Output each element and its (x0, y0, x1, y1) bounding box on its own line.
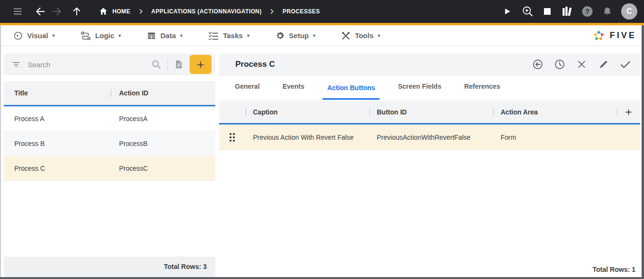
page-title: Process C (235, 60, 275, 69)
run-play-icon[interactable] (499, 3, 515, 20)
process-table-header: Title Action ID (4, 81, 215, 106)
cell-button-id: PreviousActionWithRevertFalse (369, 134, 493, 141)
chevron-down-icon: ▼ (246, 33, 251, 38)
data-icon (147, 31, 156, 41)
user-avatar[interactable]: C (621, 3, 637, 20)
chevron-down-icon: ▼ (312, 33, 316, 38)
add-record-button[interactable]: + (190, 55, 211, 74)
edit-pencil-icon[interactable] (595, 56, 612, 72)
table-row-process-a[interactable]: Process A ProcessA (4, 106, 215, 131)
breadcrumb: HOME APPLICATIONS (ACTIONNAVIGATION) PRO… (97, 3, 323, 20)
back-arrow-icon[interactable] (32, 3, 49, 20)
drag-handle-icon[interactable] (230, 133, 235, 142)
chevron-down-icon: ▼ (51, 33, 56, 38)
top-navigation-bar: HOME APPLICATIONS (ACTIONNAVIGATION) PRO… (0, 0, 644, 23)
up-arrow-icon[interactable] (69, 3, 85, 20)
five-logo-text: FIVE (610, 31, 636, 41)
cell-action-area: Form (493, 134, 617, 141)
main-menu-bar: Visual ▼ Logic ▼ Data ▼ (0, 25, 644, 46)
breadcrumb-home[interactable]: HOME (97, 3, 133, 20)
column-header-button-id: Button ID (369, 108, 493, 116)
chevron-right-icon (138, 9, 144, 14)
preview-search-icon[interactable] (519, 3, 535, 20)
menu-data[interactable]: Data ▼ (147, 31, 183, 41)
close-icon[interactable] (574, 56, 590, 72)
hamburger-menu-icon[interactable] (10, 3, 26, 20)
cell-caption: Previous Action With Revert False (245, 134, 369, 141)
action-button-row[interactable]: Previous Action With Revert False Previo… (219, 124, 640, 150)
menu-setup[interactable]: Setup ▼ (275, 31, 317, 41)
copy-document-icon[interactable] (171, 56, 187, 72)
column-header-action-id: Action ID (111, 89, 215, 97)
left-total-rows: Total Rows: 3 (4, 257, 215, 277)
right-total-rows: Total Rows: 1 (593, 266, 635, 273)
window-edge-bottom[interactable] (0, 277, 644, 279)
tab-events[interactable]: Events (278, 83, 309, 100)
chevron-down-icon: ▼ (377, 33, 381, 38)
table-row-process-c[interactable]: Process C ProcessC (4, 156, 215, 181)
process-list-panel: + Title Action ID Process A ProcessA Pro… (4, 46, 215, 277)
notifications-bell-icon[interactable] (599, 3, 615, 20)
chevron-down-icon: ▼ (179, 33, 183, 38)
save-check-icon[interactable] (617, 56, 634, 72)
menu-tools[interactable]: Tools ▼ (341, 31, 381, 41)
tools-icon (341, 31, 351, 41)
tab-screen-fields[interactable]: Screen Fields (393, 83, 446, 100)
home-icon (97, 3, 110, 20)
action-buttons-table-header: Caption Button ID Action Area + (219, 101, 640, 124)
breadcrumb-applications[interactable]: APPLICATIONS (ACTIONNAVIGATION) (151, 8, 262, 15)
forward-arrow-icon[interactable] (49, 3, 65, 20)
menu-tasks[interactable]: Tasks ▼ (208, 31, 250, 41)
detail-tabs: General Events Action Buttons Screen Fie… (219, 75, 640, 100)
tasks-icon (208, 31, 219, 41)
five-pinwheel-icon (592, 29, 606, 43)
tab-general[interactable]: General (230, 83, 264, 100)
divider (167, 58, 168, 71)
search-bar: + (4, 53, 215, 75)
library-books-icon[interactable] (559, 3, 575, 20)
logic-icon (80, 31, 91, 41)
window-edge-right[interactable] (642, 25, 644, 279)
detail-title-bar: Process C (219, 53, 640, 75)
revert-back-icon[interactable] (530, 56, 546, 72)
add-action-button[interactable]: + (625, 106, 632, 118)
window-edge-left (0, 25, 1, 279)
breadcrumb-home-label: HOME (112, 8, 131, 15)
setup-gear-icon (275, 31, 285, 41)
chevron-right-icon (269, 9, 275, 14)
chevron-down-icon: ▼ (118, 33, 122, 38)
process-detail-panel: Process C General (219, 46, 640, 277)
menu-visual[interactable]: Visual ▼ (13, 31, 56, 41)
menu-logic[interactable]: Logic ▼ (80, 31, 122, 41)
help-icon[interactable]: ? (579, 3, 595, 20)
column-header-caption: Caption (245, 108, 369, 116)
column-header-action-area: Action Area (493, 108, 617, 116)
breadcrumb-processes[interactable]: PROCESSES (282, 8, 320, 15)
visual-icon (13, 31, 23, 41)
stop-icon[interactable] (539, 3, 555, 20)
search-input[interactable] (28, 61, 148, 69)
tab-action-buttons[interactable]: Action Buttons (322, 84, 380, 100)
process-table: Title Action ID Process A ProcessA Proce… (4, 81, 215, 181)
action-buttons-table: Caption Button ID Action Area + Previous… (219, 101, 640, 150)
search-icon[interactable] (148, 56, 164, 72)
tab-references[interactable]: References (459, 83, 505, 100)
column-header-title: Title (4, 89, 111, 97)
app-window: HOME APPLICATIONS (ACTIONNAVIGATION) PRO… (0, 0, 644, 279)
history-clock-icon[interactable] (552, 56, 568, 72)
table-row-process-b[interactable]: Process B ProcessB (4, 131, 215, 156)
five-logo: FIVE (592, 29, 636, 43)
filter-icon[interactable] (11, 60, 21, 69)
